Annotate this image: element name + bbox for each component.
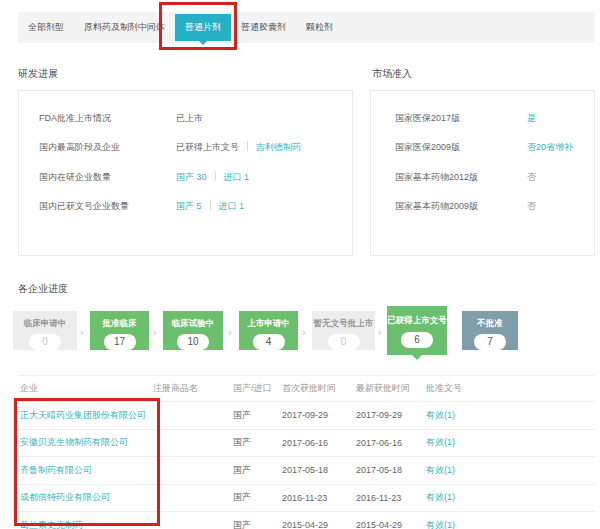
stage-clinical-approved[interactable]: 批准临床 17	[90, 311, 149, 350]
approval-link[interactable]: 有效(1)	[426, 491, 595, 504]
chevron-right-icon: ›	[302, 327, 306, 338]
latest-approval-cell: 2017-06-16	[356, 438, 426, 448]
rd-row-highest-stage-company-link[interactable]: 吉利德制药	[256, 142, 301, 152]
stage-label: 暂无文号批上市	[312, 318, 375, 330]
stage-label: 批准临床	[90, 318, 149, 330]
rd-progress-card: FDA批准上市情况已上市 国内最高阶段及企业已获得上市文号吉利德制药 国内在研企…	[18, 90, 353, 256]
stage-label: 临床试验中	[163, 318, 223, 330]
market-access-card: 国家医保2017版是 国家医保2009版否20省增补 国家基本药物2012版否 …	[370, 90, 595, 256]
origin-cell: 国产	[233, 491, 282, 504]
value-divider	[210, 200, 211, 210]
first-approval-cell: 2017-05-18	[282, 465, 356, 475]
market-row-essential-2012-label: 国家基本药物2012版	[395, 171, 527, 183]
first-approval-cell: 2016-11-23	[282, 493, 356, 503]
rd-row-developing-import-link[interactable]: 进口 1	[224, 172, 250, 182]
tab-all-forms[interactable]: 全部剂型	[18, 14, 74, 41]
progress-stages: 临床申请中 0 › 批准临床 17 › 临床试验中 10 › 上市申请中 4 ›…	[0, 306, 600, 364]
dosage-form-tabbar: 全部剂型 原料药及制剂中间体 普通片剂 普通胶囊剂 颗粒剂	[18, 12, 595, 43]
rd-row-fda: FDA批准上市情况已上市	[39, 112, 203, 124]
approval-link[interactable]: 有效(1)	[426, 436, 595, 449]
rd-row-fda-value: 已上市	[176, 113, 203, 123]
stage-clinical-applying[interactable]: 临床申请中 0	[13, 311, 77, 350]
rd-row-licensed-count: 国内已获文号企业数量国产 5进口 1	[39, 200, 244, 212]
stage-count-badge: 10	[177, 334, 209, 350]
rd-row-highest-stage-label: 国内最高阶段及企业	[39, 141, 176, 153]
stage-label: 已获得上市文号	[387, 315, 447, 327]
market-row-medicare-2017-value: 是	[527, 113, 536, 123]
stage-label: 不批准	[462, 318, 518, 330]
first-approval-cell: 2017-09-29	[282, 410, 356, 420]
market-row-medicare-2009-label: 国家医保2009版	[395, 141, 527, 153]
market-row-essential-2009-label: 国家基本药物2009版	[395, 200, 527, 212]
col-header-approval-no: 批准文号	[426, 382, 595, 395]
col-header-brand: 注册商品名	[153, 382, 233, 395]
col-header-origin: 国产/进口	[233, 382, 282, 395]
stage-count-badge: 6	[401, 332, 433, 348]
origin-cell: 国产	[233, 436, 282, 449]
latest-approval-cell: 2017-09-29	[356, 410, 426, 420]
rd-row-developing-count: 国内在研企业数量国产 30进口 1	[39, 171, 249, 183]
market-row-medicare-2009-value: 否20省增补	[527, 142, 573, 152]
stage-clinical-trial[interactable]: 临床试验中 10	[163, 311, 223, 350]
stage-label: 上市申请中	[239, 318, 298, 330]
rd-row-highest-stage: 国内最高阶段及企业已获得上市文号吉利德制药	[39, 141, 301, 153]
market-row-medicare-2017: 国家医保2017版是	[395, 112, 536, 124]
rd-row-developing-count-label: 国内在研企业数量	[39, 171, 176, 183]
latest-approval-cell: 2015-04-29	[356, 520, 426, 529]
approval-link[interactable]: 有效(1)	[426, 409, 595, 422]
company-progress-title: 各企业进度	[18, 282, 68, 296]
stage-no-license-listed[interactable]: 暂无文号批上市 0	[312, 311, 375, 350]
rd-row-licensed-domestic-link[interactable]: 国产 5	[176, 201, 202, 211]
col-header-latest-approval: 最新获批时间	[356, 382, 426, 395]
chevron-right-icon: ›	[228, 327, 232, 338]
value-divider	[215, 171, 216, 181]
market-row-essential-2012: 国家基本药物2012版否	[395, 171, 536, 183]
stage-license-obtained[interactable]: 已获得上市文号 6	[387, 306, 447, 355]
stage-count-badge: 0	[328, 334, 360, 350]
latest-approval-cell: 2016-11-23	[356, 493, 426, 503]
stage-count-badge: 17	[104, 334, 136, 350]
col-header-company: 企业	[18, 382, 153, 395]
rd-row-highest-stage-value: 已获得上市文号	[176, 142, 239, 152]
first-approval-cell: 2015-04-29	[282, 520, 356, 529]
stage-listing-applying[interactable]: 上市申请中 4	[239, 311, 298, 350]
market-access-title: 市场准入	[372, 67, 412, 81]
chevron-right-icon: ›	[378, 327, 382, 338]
rd-row-developing-domestic-link[interactable]: 国产 30	[176, 172, 207, 182]
rd-progress-title: 研发进展	[18, 67, 58, 81]
annotation-box-company-column	[14, 398, 160, 526]
market-row-medicare-2009: 国家医保2009版否20省增补	[395, 141, 573, 153]
stage-count-badge: 0	[29, 334, 61, 350]
market-row-essential-2009: 国家基本药物2009版否	[395, 200, 536, 212]
origin-cell: 国产	[233, 519, 282, 529]
approval-link[interactable]: 有效(1)	[426, 519, 595, 529]
approval-link[interactable]: 有效(1)	[426, 464, 595, 477]
chevron-right-icon: ›	[80, 327, 84, 338]
chevron-right-icon: ›	[153, 327, 157, 338]
market-row-essential-2009-value: 否	[527, 201, 536, 211]
origin-cell: 国产	[233, 464, 282, 477]
col-header-first-approval: 首次获批时间	[282, 382, 356, 395]
tab-granule[interactable]: 颗粒剂	[296, 14, 343, 41]
stage-not-approved[interactable]: 不批准 7	[462, 311, 518, 350]
annotation-box-tab	[159, 2, 237, 50]
market-row-medicare-2017-label: 国家医保2017版	[395, 112, 527, 124]
first-approval-cell: 2017-06-16	[282, 438, 356, 448]
market-row-essential-2012-value: 否	[527, 172, 536, 182]
stage-count-badge: 7	[474, 334, 506, 350]
value-divider	[247, 141, 248, 151]
rd-row-fda-label: FDA批准上市情况	[39, 112, 176, 124]
tab-common-capsule[interactable]: 普通胶囊剂	[231, 14, 296, 41]
rd-row-licensed-count-label: 国内已获文号企业数量	[39, 200, 176, 212]
rd-row-licensed-import-link[interactable]: 进口 1	[219, 201, 245, 211]
origin-cell: 国产	[233, 409, 282, 422]
stage-count-badge: 4	[253, 334, 285, 350]
latest-approval-cell: 2017-05-18	[356, 465, 426, 475]
stage-label: 临床申请中	[13, 318, 77, 330]
